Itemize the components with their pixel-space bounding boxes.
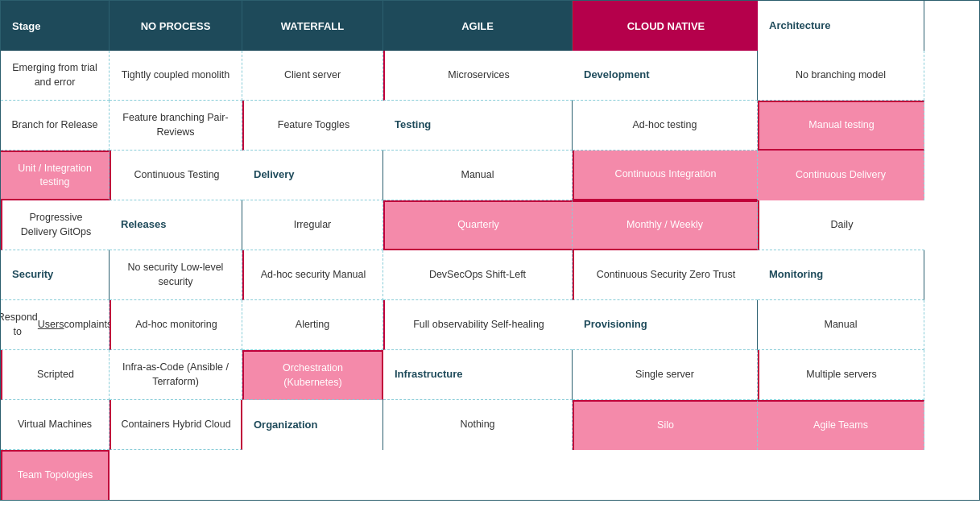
cell-mon-waterfall: Ad-hoc monitoring: [110, 300, 242, 350]
stage-development: Development: [573, 51, 758, 101]
cell-dev-noproc: No branching model: [758, 51, 924, 101]
cell-test-cloud: Continuous Testing: [110, 151, 242, 200]
stage-delivery: Delivery: [242, 151, 383, 200]
cell-arch-noproc: Emerging from trial and error: [1, 51, 110, 101]
header-cloud-native: CLOUD NATIVE: [573, 1, 758, 51]
header-agile: AGILE: [383, 1, 573, 51]
cell-org-noproc: Nothing: [383, 400, 573, 450]
stage-releases: Releases: [110, 200, 242, 250]
cell-del-agile: Continuous Delivery: [758, 151, 924, 200]
cell-dev-cloud: Feature Toggles: [242, 101, 383, 151]
cell-test-noproc: Ad-hoc testing: [573, 101, 758, 151]
cell-del-waterfall: Continuous Integration: [573, 151, 758, 200]
header-stage: Stage: [1, 1, 110, 51]
cell-arch-agile: Client server: [242, 51, 383, 101]
cell-sec-noproc: No security Low-level security: [110, 250, 242, 300]
cell-test-waterfall: Manual testing: [758, 101, 924, 151]
cell-arch-waterfall: Tightly coupled monolith: [110, 51, 242, 101]
cell-org-cloud: Team Topologies: [1, 450, 110, 500]
cell-prov-waterfall: Scripted: [1, 350, 110, 400]
main-table: Stage NO PROCESS WATERFALL AGILE CLOUD N…: [0, 0, 980, 501]
cell-prov-cloud: Orchestration (Kubernetes): [242, 350, 383, 400]
cell-org-agile: Agile Teams: [758, 400, 924, 450]
header-waterfall: WATERFALL: [242, 1, 383, 51]
stage-security: Security: [1, 250, 110, 300]
stage-provisioning: Provisioning: [573, 300, 758, 350]
cell-rel-agile: Monthly / Weekly: [573, 200, 758, 250]
cell-prov-agile: Infra-as-Code (Ansible / Terraform): [110, 350, 242, 400]
stage-organization: Organization: [242, 400, 383, 450]
cell-sec-cloud: Continuous Security Zero Trust: [573, 250, 758, 300]
stage-infrastructure: Infrastructure: [383, 350, 573, 400]
cell-arch-cloud: Microservices: [383, 51, 573, 101]
cell-test-agile: Unit / Integration testing: [1, 151, 110, 200]
stage-monitoring: Monitoring: [758, 250, 924, 300]
cell-infra-noproc: Single server: [573, 350, 758, 400]
table-grid: Stage NO PROCESS WATERFALL AGILE CLOUD N…: [1, 1, 979, 500]
cell-dev-waterfall: Branch for Release: [1, 101, 110, 151]
cell-sec-agile: DevSecOps Shift-Left: [383, 250, 573, 300]
cell-del-cloud: Progressive Delivery GitOps: [1, 200, 110, 250]
cell-org-waterfall: Silo: [573, 400, 758, 450]
header-no-process: NO PROCESS: [110, 1, 242, 51]
stage-testing: Testing: [383, 101, 573, 151]
cell-rel-waterfall: Quarterly: [383, 200, 573, 250]
cell-infra-cloud: Containers Hybrid Cloud: [110, 400, 242, 450]
cell-del-noproc: Manual: [383, 151, 573, 200]
cell-mon-cloud: Full observability Self-healing: [383, 300, 573, 350]
cell-infra-waterfall: Multiple servers: [758, 350, 924, 400]
cell-mon-agile: Alerting: [242, 300, 383, 350]
cell-mon-noproc: Respond to Users complaints: [1, 300, 110, 350]
cell-rel-noproc: Irregular: [242, 200, 383, 250]
cell-infra-agile: Virtual Machines: [1, 400, 110, 450]
cell-rel-cloud: Daily: [758, 200, 924, 250]
cell-prov-noproc: Manual: [758, 300, 924, 350]
cell-sec-waterfall: Ad-hoc security Manual: [242, 250, 383, 300]
stage-architecture: Architecture: [758, 1, 924, 51]
cell-dev-agile: Feature branching Pair-Reviews: [110, 101, 242, 151]
